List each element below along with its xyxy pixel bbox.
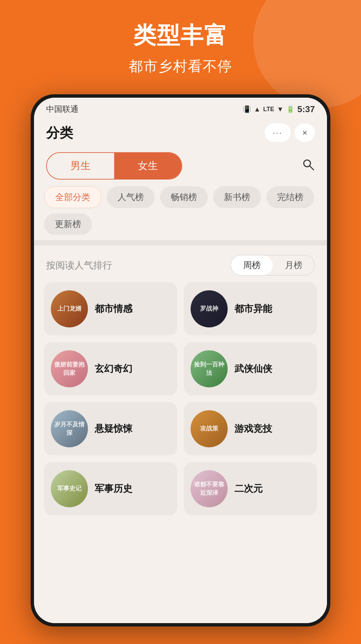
chip-updated[interactable]: 更新榜 [44, 214, 92, 235]
genre-label-anime: 二次元 [234, 482, 263, 495]
genre-label-mystery: 悬疑惊悚 [95, 422, 132, 435]
carrier-text: 中国联通 [46, 104, 78, 115]
search-icon [301, 158, 315, 171]
weekly-tab[interactable]: 周榜 [231, 255, 273, 275]
search-button[interactable] [301, 158, 315, 174]
more-button[interactable]: ··· [265, 123, 291, 142]
phone-frame: 中国联通 📳 ▲ LTE ▼ 🔋 5:37 分类 ··· × 男生 女生 [31, 94, 330, 626]
genre-card-urban-romance[interactable]: 上门龙婿 都市情感 [44, 282, 177, 335]
top-actions: ··· × [265, 123, 315, 142]
gender-tabs: 男生 女生 [34, 149, 327, 186]
gender-group: 男生 女生 [46, 152, 182, 180]
genre-label-urban-power: 都市异能 [234, 302, 272, 315]
status-icons: 📳 ▲ LTE ▼ 🔋 5:37 [243, 104, 315, 115]
genre-label-history: 军事历史 [95, 482, 132, 495]
header-title: 类型丰富 [0, 20, 361, 51]
chip-completed[interactable]: 完结榜 [266, 186, 314, 208]
header-subtitle: 都市乡村看不停 [0, 57, 361, 76]
genre-cover-urban-power: 罗战神 [191, 290, 228, 327]
genre-card-urban-power[interactable]: 罗战神 都市异能 [184, 282, 317, 335]
svg-line-1 [309, 166, 314, 170]
female-tab[interactable]: 女生 [114, 153, 182, 179]
category-chips: 全部分类 人气榜 畅销榜 新书榜 完结榜 更新榜 [34, 186, 327, 240]
page-title: 分类 [46, 124, 73, 142]
genre-card-wuxia[interactable]: 捡到一百种法 武侠仙侠 [184, 342, 317, 395]
genre-card-game[interactable]: 攻战策 游戏竞技 [184, 402, 317, 455]
genre-card-anime[interactable]: 谁都不要靠近深泽 二次元 [184, 462, 317, 515]
signal-icon: ▲ [254, 105, 261, 113]
ranking-title: 按阅读人气排行 [46, 259, 112, 272]
battery-icon: 🔋 [286, 105, 295, 113]
lte-icon: LTE [263, 106, 274, 113]
top-bar: 分类 ··· × [34, 118, 327, 149]
genre-cover-wuxia: 捡到一百种法 [191, 350, 228, 387]
content-area: 按阅读人气排行 周榜 月榜 上门龙婿 都市情感 [34, 246, 327, 623]
genre-cover-mystery: 岁月不及情深 [51, 410, 88, 447]
genre-card-fantasy[interactable]: 傲娇前妻抱回家 玄幻奇幻 [44, 342, 177, 395]
chip-newbook[interactable]: 新书榜 [213, 186, 261, 208]
genre-label-wuxia: 武侠仙侠 [234, 362, 272, 375]
vibrate-icon: 📳 [243, 105, 251, 113]
monthly-tab[interactable]: 月榜 [273, 255, 315, 275]
status-bar: 中国联通 📳 ▲ LTE ▼ 🔋 5:37 [34, 98, 327, 118]
genre-grid: 上门龙婿 都市情感 罗战神 都市异能 [44, 282, 317, 525]
genre-cover-fantasy: 傲娇前妻抱回家 [51, 350, 88, 387]
chip-bestseller[interactable]: 畅销榜 [160, 186, 208, 208]
genre-label-urban-romance: 都市情感 [95, 302, 132, 315]
male-tab[interactable]: 男生 [47, 153, 114, 179]
genre-cover-game: 攻战策 [191, 410, 228, 447]
genre-label-fantasy: 玄幻奇幻 [95, 362, 132, 375]
genre-cover-urban-romance: 上门龙婿 [51, 290, 88, 327]
genre-label-game: 游戏竞技 [234, 422, 272, 435]
chip-all[interactable]: 全部分类 [44, 186, 101, 208]
genre-card-history[interactable]: 军事史记 军事历史 [44, 462, 177, 515]
page-header: 类型丰富 都市乡村看不停 [0, 20, 361, 76]
genre-cover-history: 军事史记 [51, 470, 88, 507]
genre-cover-anime: 谁都不要靠近深泽 [191, 470, 228, 507]
phone-screen: 中国联通 📳 ▲ LTE ▼ 🔋 5:37 分类 ··· × 男生 女生 [34, 98, 327, 623]
genre-card-mystery[interactable]: 岁月不及情深 悬疑惊悚 [44, 402, 177, 455]
section-divider [34, 240, 327, 246]
ranking-tabs: 周榜 月榜 [231, 255, 315, 276]
chip-popular[interactable]: 人气榜 [107, 186, 155, 208]
status-time: 5:37 [297, 104, 315, 115]
close-button[interactable]: × [295, 124, 315, 142]
wifi-icon: ▼ [277, 105, 284, 113]
ranking-header: 按阅读人气排行 周榜 月榜 [44, 246, 317, 282]
